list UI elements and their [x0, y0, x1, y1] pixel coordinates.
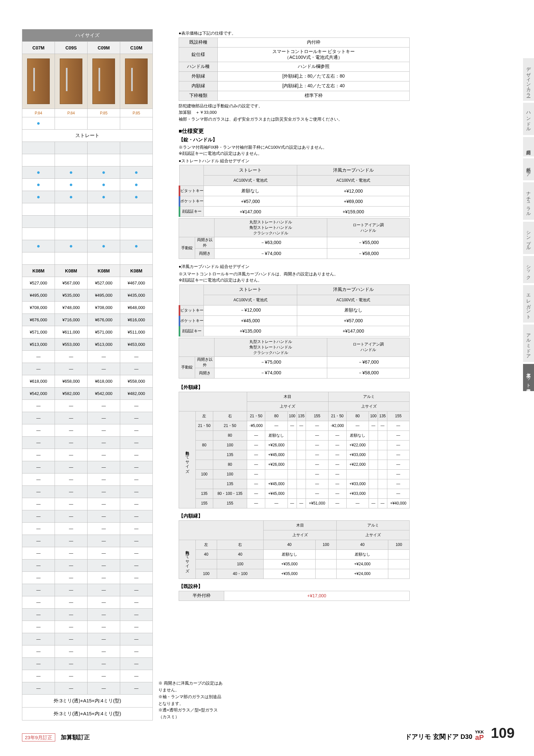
soto-title: 【外額縁】: [179, 384, 410, 391]
comboA-table: ストレート洋風カーブハンドルAC100V式・電池式AC100V式・電池式ピタット…: [179, 165, 410, 217]
shiyou-title: ■仕様変更: [179, 127, 410, 135]
side-tab[interactable]: アルミドア: [523, 325, 534, 362]
model-3: C10M: [120, 42, 153, 54]
door-img-2: [88, 54, 120, 109]
kisetsu-table: 半外付枠 +¥17,000: [179, 591, 410, 601]
comboA-title: ●ストレートハンドル 組合せデザイン: [179, 158, 410, 164]
page-title: ドアリモ 玄関ドア D30: [405, 732, 472, 741]
left-table: ハイサイズ C07M C09S C09M C10M P.84 P.84 P.85…: [22, 29, 153, 694]
lock-handle-title: 【錠・ハンドル】: [179, 137, 410, 143]
lock-note: ※ランマ付両袖FIX枠・ランマ付袖付親子枠にAC100V式の設定はありません。 …: [179, 144, 410, 157]
comboB-title: ●洋風カーブハンドル 組合せデザイン: [179, 263, 410, 270]
kisetsu-title: 【既設枠】: [179, 583, 410, 589]
page-ref-0: P.84: [22, 109, 55, 117]
side-tab[interactable]: シンプル: [523, 222, 534, 254]
top-bullet: ●表示価格は下記の仕様です。: [179, 30, 410, 37]
left-column: ハイサイズ C07M C09S C09M C10M P.84 P.84 P.85…: [22, 29, 153, 720]
right-column: ●表示価格は下記の仕様です。 既設枠種内付枠錠仕様スマートコントロールキー ピタ…: [179, 29, 410, 720]
model-1: C09S: [55, 42, 88, 54]
side-tab[interactable]: エレガント: [523, 285, 534, 323]
side-tab[interactable]: 基本セット価格表: [523, 364, 534, 391]
door-img-3: [120, 54, 153, 109]
glass-spec-2: 外:3ミリ(透)+A15+内:4ミリ(型): [22, 708, 153, 720]
page-number: 109: [491, 725, 515, 741]
side-tab[interactable]: 商品紹介: [523, 137, 534, 156]
revision-badge: 23年9月訂正: [22, 733, 55, 742]
mid-notes: ※ 両開きに洋風カーブの設定はありません。 ※袖・ランマ部のガラスは別途品となり…: [158, 680, 223, 720]
model-2: C09M: [88, 42, 120, 54]
model-0: C07M: [22, 42, 55, 54]
handle-type: ストレート: [22, 130, 153, 142]
spec-table: 既設枠種内付枠錠仕様スマートコントロールキー ピタットキー （AC100V式・電…: [179, 38, 410, 101]
revision-label: 加算額訂正: [61, 734, 90, 741]
uchi-table: 木目アルミ上サイズ上サイズ内観たてサイズ左右40100401004040差額なし…: [179, 520, 410, 579]
page-ref-1: P.84: [55, 109, 88, 117]
uchi-title: 【内額縁】: [179, 513, 410, 519]
page-ref-2: P.85: [88, 109, 120, 117]
door-img-0: [22, 54, 55, 109]
glass-spec-1: 外:3ミリ(透)+A15+内:4ミリ(型): [22, 694, 153, 708]
page-ref-3: P.85: [120, 109, 153, 117]
side-tab[interactable]: シック: [523, 256, 534, 283]
side-tab[interactable]: ハンドル: [523, 103, 534, 135]
door-img-1: [55, 54, 88, 109]
page-footer: 23年9月訂正 加算額訂正 ドアリモ 玄関ドア D30 YKKaP 109: [22, 725, 515, 741]
comboB-table: ストレート洋風カーブハンドルAC100V式・電池式AC100V式・電池式ピタット…: [179, 284, 410, 337]
side-tab[interactable]: ナチュラル: [523, 182, 534, 220]
soto-table: 木目アルミ上サイズ上サイズ外観たてサイズ左右21・508010013515521…: [179, 392, 410, 508]
comboB-note: ※スマートコントロールキーの洋風カーブハンドルは、両開きの設定はありません。 ※…: [179, 271, 410, 284]
side-tabs: デザイン・カラーハンドル商品紹介断熱ドアナチュラルシンプルシックエレガントアルミ…: [523, 58, 534, 393]
side-tab[interactable]: デザイン・カラー: [523, 58, 534, 101]
side-tab[interactable]: 断熱ドア: [523, 158, 534, 180]
brand: YKKaP: [475, 730, 484, 741]
top-header: ハイサイズ: [22, 29, 153, 42]
spec-note: 防犯建物部品仕様は手動錠のみの設定です。 加算額 ＋￥33,000 袖部・ランマ…: [179, 103, 410, 123]
